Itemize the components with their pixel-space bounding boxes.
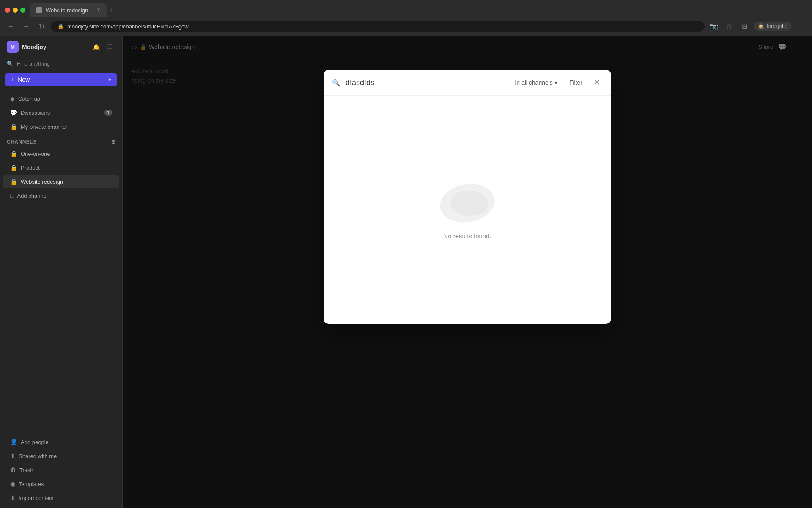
shared-icon: ⬆: [10, 453, 15, 459]
filter-button[interactable]: Filter: [566, 77, 586, 88]
add-channel-label: Add channel: [17, 193, 47, 199]
tab-favicon: [36, 7, 42, 13]
workspace-name: Moodjoy: [22, 44, 47, 50]
close-traffic-light[interactable]: [5, 8, 10, 13]
maximize-traffic-light[interactable]: [20, 8, 25, 13]
import-icon: ⬇: [10, 494, 15, 501]
sidebar-item-catchup[interactable]: ◆ Catch up: [3, 92, 119, 105]
forward-button[interactable]: →: [20, 20, 32, 32]
camera-off-icon[interactable]: 📷: [708, 20, 720, 32]
main-content: ‹ › 🔒 Website redesign Share 💬 ⋯ eature …: [123, 36, 812, 508]
private-channel-icon: 🔒: [10, 123, 17, 130]
browser-chrome: Website redesign ✕ + ← → ↻ 🔒 moodjoy.sli…: [0, 0, 812, 36]
modal-overlay[interactable]: 🔍 In all channels ▾ Filter ✕: [123, 36, 812, 508]
modal-filter-area: In all channels ▾ Filter ✕: [511, 77, 603, 88]
trash-label: Trash: [19, 467, 33, 473]
one-on-one-icon: 🔒: [10, 150, 17, 157]
app-layout: M Moodjoy 🔔 ☰ 🔍 Find anything + New ▾ ◆ …: [0, 36, 812, 508]
more-options-icon[interactable]: ⋮: [795, 20, 807, 32]
private-channel-label: My private channel: [21, 124, 67, 130]
sidebar-item-one-on-one[interactable]: 🔒 One-on-one: [3, 147, 119, 160]
split-view-icon[interactable]: ⊟: [738, 20, 750, 32]
one-on-one-label: One-on-one: [21, 151, 50, 157]
modal-search-input[interactable]: [346, 78, 506, 87]
sidebar: M Moodjoy 🔔 ☰ 🔍 Find anything + New ▾ ◆ …: [0, 36, 123, 508]
sidebar-bottom: 👤 Add people ⬆ Shared with me 🗑 Trash ◉ …: [0, 431, 122, 508]
sidebar-item-add-people[interactable]: 👤 Add people: [3, 435, 119, 449]
discussions-label: Discussions: [21, 110, 50, 116]
sidebar-item-trash[interactable]: 🗑 Trash: [3, 463, 119, 477]
new-button-arrow-icon: ▾: [108, 76, 111, 83]
trash-icon: 🗑: [10, 467, 16, 473]
modal-header: 🔍 In all channels ▾ Filter ✕: [324, 70, 611, 96]
website-redesign-label: Website redesign: [21, 179, 63, 185]
sidebar-item-product[interactable]: 🔒 Product: [3, 161, 119, 174]
workspace-avatar: M: [7, 41, 19, 53]
channel-filter-button[interactable]: In all channels ▾: [511, 77, 561, 88]
search-modal: 🔍 In all channels ▾ Filter ✕: [324, 70, 611, 324]
new-button-label: New: [18, 76, 30, 83]
modal-search-icon: 🔍: [332, 79, 340, 87]
sidebar-nav: ◆ Catch up 💬 Discussions 1 🔒 My private …: [0, 90, 122, 431]
tab-title: Website redesign: [46, 7, 88, 14]
empty-illustration: [438, 180, 497, 222]
add-people-label: Add people: [21, 439, 49, 445]
product-label: Product: [21, 165, 40, 171]
sidebar-header-actions: 🔔 ☰: [90, 41, 115, 53]
channels-heading: Channels: [7, 139, 37, 145]
add-channel-icon: □: [10, 192, 14, 199]
tab-bar: Website redesign ✕ +: [0, 0, 812, 17]
sidebar-item-add-channel[interactable]: □ Add channel: [3, 189, 119, 202]
templates-icon: ◉: [10, 480, 15, 487]
traffic-lights: [5, 8, 25, 13]
sidebar-item-shared-with-me[interactable]: ⬆ Shared with me: [3, 449, 119, 463]
new-tab-button[interactable]: +: [109, 6, 113, 14]
workspace-initial: M: [11, 44, 15, 50]
templates-label: Templates: [19, 481, 44, 487]
no-results-label: No results found.: [443, 232, 491, 240]
website-redesign-icon: 🔒: [10, 178, 17, 185]
sidebar-header: M Moodjoy 🔔 ☰: [0, 36, 122, 58]
browser-tab[interactable]: Website redesign ✕: [30, 3, 107, 17]
address-lock-icon: 🔒: [58, 23, 64, 29]
address-bar-row: ← → ↻ 🔒 moodjoy.slite.com/app/channels/m…: [0, 17, 812, 36]
channels-header: Channels ⊞: [0, 134, 122, 146]
find-anything-label: Find anything: [17, 61, 50, 67]
channels-add-icon[interactable]: ⊞: [111, 139, 116, 145]
catchup-icon: ◆: [10, 95, 15, 102]
add-people-icon: 👤: [10, 439, 17, 445]
product-icon: 🔒: [10, 164, 17, 171]
new-button[interactable]: + New ▾: [5, 73, 117, 86]
shared-with-me-label: Shared with me: [19, 453, 57, 459]
sidebar-item-private-channel[interactable]: 🔒 My private channel: [3, 120, 119, 133]
import-content-label: Import content: [19, 495, 54, 501]
sidebar-item-import-content[interactable]: ⬇ Import content: [3, 491, 119, 505]
sidebar-item-discussions[interactable]: 💬 Discussions 1: [3, 106, 119, 119]
sidebar-item-templates[interactable]: ◉ Templates: [3, 477, 119, 491]
find-anything-button[interactable]: 🔍 Find anything: [0, 58, 122, 69]
collapse-sidebar-icon[interactable]: ☰: [104, 41, 115, 53]
modal-body: No results found.: [324, 96, 611, 324]
discussions-badge: 1: [104, 110, 112, 116]
reload-button[interactable]: ↻: [36, 20, 47, 32]
minimize-traffic-light[interactable]: [13, 8, 18, 13]
browser-actions: 📷 ☆ ⊟ 🕵 Incognito ⋮: [708, 20, 807, 32]
address-url: moodjoy.slite.com/app/channels/mJcENpiAk…: [67, 23, 192, 30]
incognito-icon: 🕵: [758, 23, 764, 29]
discussions-icon: 💬: [10, 109, 17, 116]
search-icon: 🔍: [7, 61, 14, 67]
catchup-label: Catch up: [18, 96, 40, 102]
incognito-button[interactable]: 🕵 Incognito: [754, 22, 792, 31]
modal-close-button[interactable]: ✕: [591, 77, 603, 88]
sidebar-item-website-redesign[interactable]: 🔒 Website redesign: [3, 175, 119, 188]
notification-icon[interactable]: 🔔: [90, 41, 102, 53]
incognito-label: Incognito: [767, 23, 787, 29]
channel-filter-label: In all channels: [515, 79, 553, 86]
back-button[interactable]: ←: [5, 20, 17, 32]
address-bar[interactable]: 🔒 moodjoy.slite.com/app/channels/mJcENpi…: [51, 21, 705, 32]
star-icon[interactable]: ☆: [723, 20, 735, 32]
tab-close-button[interactable]: ✕: [96, 7, 101, 13]
plus-icon: +: [11, 76, 14, 83]
channel-filter-chevron-icon: ▾: [554, 79, 557, 86]
